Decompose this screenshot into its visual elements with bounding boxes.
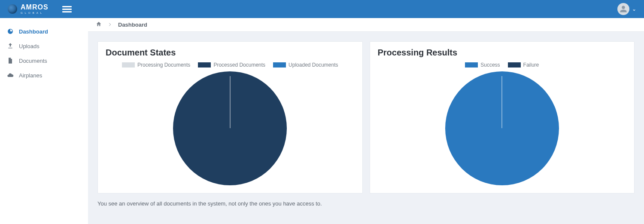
legend-label: Processing Documents <box>137 62 190 68</box>
sidebar: Dashboard Uploads Documents Airplanes <box>0 18 88 224</box>
sidebar-item-airplanes[interactable]: Airplanes <box>0 68 88 83</box>
legend-swatch <box>465 62 478 68</box>
chart-document-states <box>106 71 355 185</box>
brand-logo[interactable]: AMROS GLOBAL <box>8 4 49 14</box>
top-bar: AMROS GLOBAL ⌄ <box>0 0 644 18</box>
overview-note: You see an overview of all documents in … <box>97 200 635 207</box>
sidebar-item-label: Dashboard <box>19 28 48 35</box>
content: Document States Processing Documents Pro… <box>88 32 644 216</box>
breadcrumb-current: Dashboard <box>118 21 147 28</box>
sidebar-item-uploads[interactable]: Uploads <box>0 39 88 53</box>
pie-chart <box>445 71 559 185</box>
card-document-states: Document States Processing Documents Pro… <box>97 41 363 193</box>
card-processing-results: Processing Results Success Failure <box>370 41 635 193</box>
upload-icon <box>7 43 14 49</box>
legend: Success Failure <box>378 62 627 68</box>
sidebar-item-dashboard[interactable]: Dashboard <box>0 24 88 39</box>
brand-sub: GLOBAL <box>21 12 49 14</box>
dashboard-icon <box>7 28 14 35</box>
sidebar-item-documents[interactable]: Documents <box>0 53 88 68</box>
legend-label: Processed Documents <box>213 62 265 68</box>
brand-name: AMROS <box>21 4 49 11</box>
legend-item[interactable]: Failure <box>508 62 539 68</box>
document-icon <box>7 57 14 64</box>
sidebar-item-label: Uploads <box>19 43 39 49</box>
legend-swatch <box>508 62 521 68</box>
chevron-right-icon <box>108 21 112 28</box>
user-icon <box>620 5 627 13</box>
main-area: Dashboard Document States Processing Doc… <box>88 18 644 224</box>
chevron-down-icon[interactable]: ⌄ <box>632 6 636 12</box>
sidebar-item-label: Airplanes <box>19 72 42 79</box>
legend-swatch <box>273 62 286 68</box>
legend-label: Failure <box>523 62 539 68</box>
legend-item[interactable]: Success <box>465 62 500 68</box>
card-title: Processing Results <box>378 48 627 58</box>
home-icon[interactable] <box>96 21 102 28</box>
cloud-icon <box>7 72 14 79</box>
user-avatar[interactable] <box>617 3 629 15</box>
legend-item[interactable]: Processing Documents <box>122 62 190 68</box>
legend-swatch <box>122 62 135 68</box>
sidebar-item-label: Documents <box>19 58 47 64</box>
menu-toggle-button[interactable] <box>62 6 72 12</box>
legend-item[interactable]: Processed Documents <box>198 62 265 68</box>
legend: Processing Documents Processed Documents… <box>106 62 355 68</box>
legend-swatch <box>198 62 211 68</box>
legend-label: Uploaded Documents <box>289 62 338 68</box>
pie-chart <box>173 71 287 185</box>
card-title: Document States <box>106 48 355 58</box>
chart-processing-results <box>378 71 627 185</box>
breadcrumb: Dashboard <box>88 18 644 32</box>
brand-text: AMROS GLOBAL <box>21 4 49 14</box>
legend-item[interactable]: Uploaded Documents <box>273 62 338 68</box>
legend-label: Success <box>480 62 500 68</box>
brand-mark-icon <box>8 4 17 14</box>
topbar-right: ⌄ <box>617 0 636 18</box>
